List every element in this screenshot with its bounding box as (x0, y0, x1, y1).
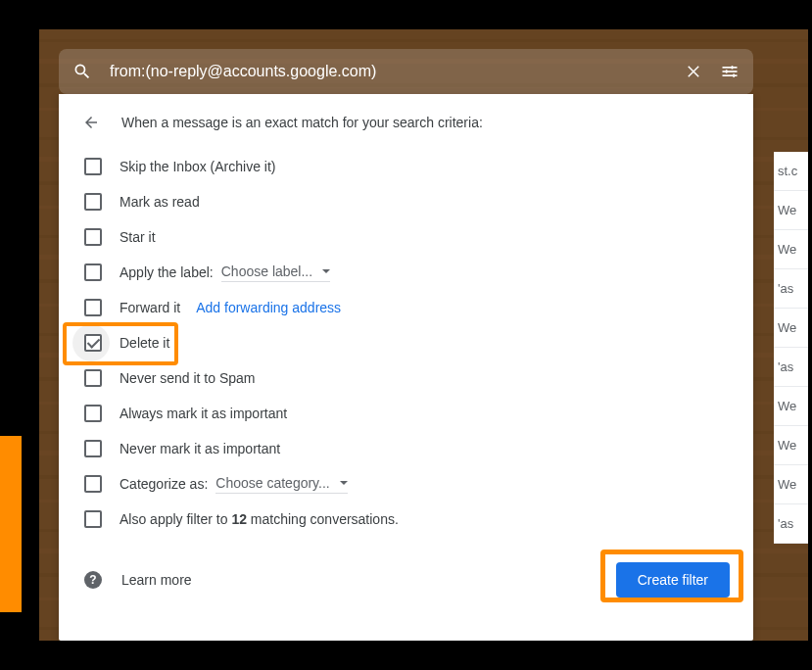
label-skip-inbox: Skip the Inbox (Archive it) (119, 159, 276, 174)
label-never-important: Never mark it as important (119, 441, 280, 456)
checkbox-forward-it[interactable] (84, 299, 102, 316)
also-apply-suffix: matching conversations. (247, 511, 399, 527)
help-icon[interactable]: ? (84, 571, 102, 589)
checkbox-star-it[interactable] (84, 228, 102, 246)
link-add-forwarding-address[interactable]: Add forwarding address (196, 300, 341, 315)
option-always-important: Always mark it as important (82, 396, 730, 431)
dropdown-choose-label[interactable]: Choose label... (221, 263, 330, 282)
chevron-down-icon (340, 481, 348, 485)
filter-header: When a message is an exact match for you… (82, 114, 730, 131)
label-always-important: Always mark it as important (119, 406, 287, 421)
filter-footer: ? Learn more Create filter (82, 562, 730, 598)
option-also-apply: Also apply filter to 12 matching convers… (82, 502, 730, 537)
option-star-it: Star it (82, 219, 730, 255)
svg-rect-5 (732, 66, 734, 69)
dropdown-choose-label-text: Choose label... (221, 263, 312, 279)
label-mark-read: Mark as read (119, 194, 200, 210)
dropdown-choose-category-text: Choose category... (215, 475, 329, 491)
chevron-down-icon (322, 269, 330, 273)
option-apply-label: Apply the label: Choose label... (82, 255, 730, 290)
filter-criteria-panel: When a message is an exact match for you… (59, 94, 753, 641)
svg-rect-7 (733, 74, 735, 77)
background-email-list: st.c We We 'as We 'as We We We 'as (774, 152, 808, 544)
learn-more-link[interactable]: Learn more (121, 572, 192, 588)
also-apply-prefix: Also apply filter to (119, 511, 231, 527)
search-icon (72, 62, 92, 81)
label-also-apply: Also apply filter to 12 matching convers… (119, 511, 399, 527)
checkbox-also-apply[interactable] (84, 510, 102, 528)
dropdown-choose-category[interactable]: Choose category... (215, 475, 347, 494)
option-never-important: Never mark it as important (82, 431, 730, 466)
checkbox-delete-it[interactable] (84, 334, 102, 352)
search-query-text[interactable]: from:(no-reply@accounts.google.com) (110, 63, 685, 80)
checkbox-categorize-as[interactable] (84, 475, 102, 493)
option-skip-inbox: Skip the Inbox (Archive it) (82, 149, 730, 184)
checkbox-never-spam[interactable] (84, 369, 102, 387)
checkbox-never-important[interactable] (84, 440, 102, 457)
label-never-spam: Never send it to Spam (119, 370, 256, 386)
label-delete-it: Delete it (119, 335, 169, 351)
create-filter-button[interactable]: Create filter (616, 562, 730, 598)
option-categorize-as: Categorize as: Choose category... (82, 466, 730, 502)
filter-options-list: Skip the Inbox (Archive it) Mark as read… (82, 149, 730, 537)
label-forward-it: Forward it (119, 300, 180, 315)
option-never-spam: Never send it to Spam (82, 360, 730, 396)
checkbox-apply-label[interactable] (84, 263, 102, 281)
search-options-icon[interactable] (720, 62, 740, 81)
label-categorize-as: Categorize as: (119, 476, 208, 492)
also-apply-count: 12 (231, 511, 247, 527)
back-arrow-icon[interactable] (82, 114, 100, 131)
label-apply-label: Apply the label: (119, 264, 214, 280)
footer-left: ? Learn more (84, 571, 192, 589)
svg-rect-6 (726, 70, 728, 72)
checkbox-mark-read[interactable] (84, 193, 102, 211)
orange-side-tab (0, 436, 22, 612)
option-forward-it: Forward it Add forwarding address (82, 290, 730, 325)
label-star-it: Star it (119, 229, 156, 245)
filter-header-text: When a message is an exact match for you… (121, 115, 483, 130)
checkbox-always-important[interactable] (84, 405, 102, 422)
option-mark-read: Mark as read (82, 184, 730, 219)
checkbox-skip-inbox[interactable] (84, 158, 102, 175)
clear-search-icon[interactable] (685, 63, 702, 80)
option-delete-it: Delete it (82, 325, 730, 360)
search-bar[interactable]: from:(no-reply@accounts.google.com) (59, 49, 753, 94)
